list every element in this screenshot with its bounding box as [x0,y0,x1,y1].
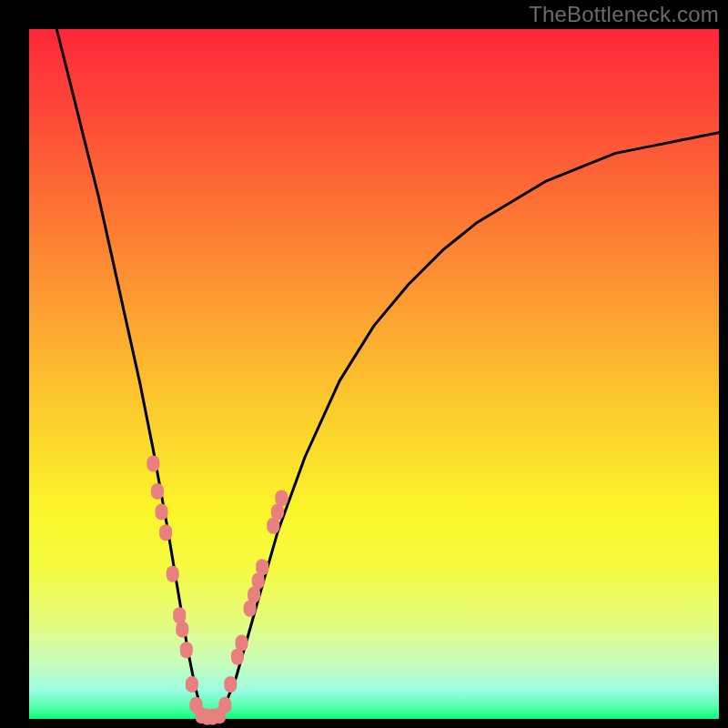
curve-marker [159,524,172,541]
curve-marker [256,559,268,575]
curve-marker [151,483,164,500]
curve-layer [29,29,719,719]
curve-marker [218,697,231,713]
curve-marker [156,504,168,521]
curve-marker [167,566,179,582]
curve-marker [173,607,186,623]
curve-marker [236,635,248,652]
curve-marker [147,456,159,472]
plot-area [29,29,719,719]
bottleneck-curve [56,29,719,719]
curve-marker [186,676,198,693]
curve-markers [147,456,288,725]
curve-marker [180,642,193,658]
curve-marker [224,676,237,693]
chart-frame: TheBottleneck.com [0,0,728,728]
curve-marker [176,622,188,638]
watermark-text: TheBottleneck.com [529,2,719,27]
curve-marker [275,490,288,506]
